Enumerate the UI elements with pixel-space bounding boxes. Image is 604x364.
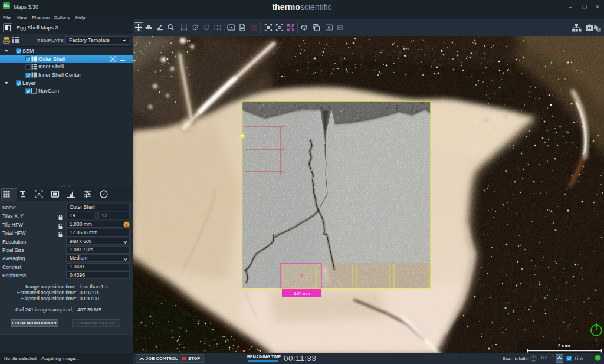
- svg-text:A: A: [37, 192, 41, 198]
- svg-text:!: !: [126, 222, 127, 227]
- svg-text:2 mm: 2 mm: [557, 343, 570, 349]
- svg-text:0°: 0°: [595, 339, 599, 343]
- svg-text:1.04 mm: 1.04 mm: [294, 291, 310, 296]
